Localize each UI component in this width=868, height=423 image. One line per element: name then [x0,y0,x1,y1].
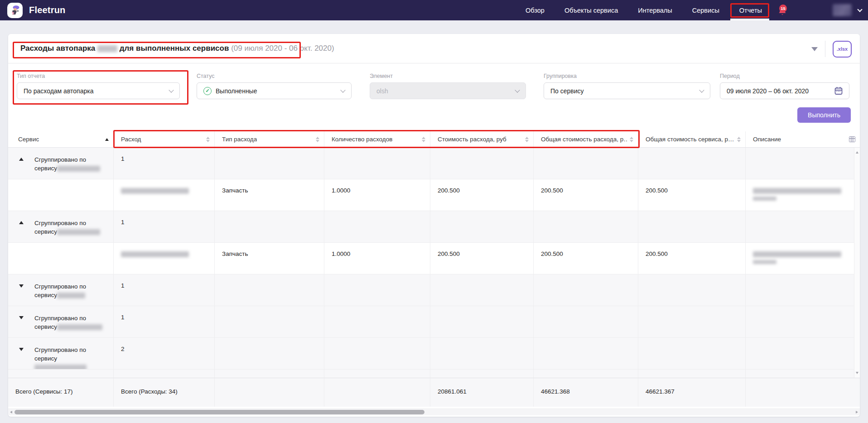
cell: 1.0000 [324,243,430,274]
expand-group-icon[interactable] [19,348,24,351]
app-screen: Fleetrun ОбзорОбъекты сервисаИнтервалыСе… [0,0,868,423]
nav-item-4[interactable]: Сервисы [692,7,719,14]
calendar-icon[interactable] [834,87,843,95]
filter-value: olsh [376,87,511,95]
filter-select-1[interactable]: По расходам автопарка [17,82,180,99]
table-columns-icon[interactable] [849,136,855,142]
header-icons [525,137,529,142]
column-label: Сервис [18,136,39,143]
redacted-service-name [57,324,102,330]
column-header-4[interactable]: Количество расходов [324,131,430,147]
scroll-left-arrow-icon[interactable] [10,411,12,413]
chevron-down-icon [699,87,704,92]
column-header-6[interactable]: Общая стоимость расхода, р… [534,131,638,147]
fleetrun-logo-icon[interactable] [7,3,23,18]
collapse-report-triangle-down-icon[interactable] [811,47,818,51]
group-expense-count: 1 [121,219,125,226]
header-icons [206,137,210,142]
scroll-right-arrow-icon[interactable] [856,411,858,413]
chevron-down-icon [340,87,345,92]
nav-item-2[interactable]: Объекты сервиса [564,7,618,14]
filter-select-4[interactable]: По сервису [544,82,710,99]
cell [215,211,324,242]
nav-item-3[interactable]: Интервалы [638,7,672,14]
filter-label: Тип отчета [17,73,180,79]
cell [215,148,324,179]
cell: Запчасть [215,243,324,274]
cell [746,243,860,274]
export-xlsx-button[interactable]: .xlsx [833,41,852,58]
footer-cell [324,378,430,407]
column-header-3[interactable]: Тип расхода [215,131,324,147]
expand-group-icon[interactable] [19,316,24,319]
sort-icon[interactable] [422,137,425,142]
cell [430,148,534,179]
user-avatar[interactable] [833,4,852,16]
notifications-bell-button[interactable]: 15 [777,4,789,17]
sort-icon[interactable] [206,137,210,142]
sort-icon[interactable] [737,137,741,142]
filter-5: Период09 июля 2020 – 06 окт. 2020 [720,73,849,99]
cell: 1.0000 [324,179,430,211]
cell [746,274,860,306]
sort-icon[interactable] [525,137,529,142]
filter-value: По сервису [550,87,696,95]
redacted-service-name [34,365,87,369]
column-header-5[interactable]: Стоимость расхода, руб [430,131,534,147]
scroll-up-arrow-icon[interactable] [856,151,858,154]
cell [430,370,534,378]
value-expense_type: Запчасть [222,187,248,194]
brand: Fleetrun [7,3,66,18]
run-report-button[interactable]: Выполнить [797,107,851,123]
cell: 200.500 [430,243,534,274]
column-header-8[interactable]: Описание [746,131,860,147]
redacted-service-name [57,293,85,298]
cell [534,148,638,179]
group-row: Сгруппировано по сервису1 [8,148,860,179]
cell [324,211,430,242]
report-title: Расходы автопарка для выполненных сервис… [20,44,334,53]
sort-ascending-icon[interactable] [105,138,109,141]
nav-item-5[interactable]: Отчеты [739,7,762,14]
cell: 1 [114,274,215,306]
value-expense_type: Запчасть [222,250,248,257]
column-header-7[interactable]: Общая стоимость сервиса, р… [638,131,746,147]
period-date-input[interactable]: 09 июля 2020 – 06 окт. 2020 [720,82,849,99]
sort-icon[interactable] [316,137,319,142]
cell [746,179,860,211]
column-header-2[interactable]: Расход [114,131,215,147]
brand-name: Fleetrun [29,5,66,15]
filter-label: Группировка [544,73,710,79]
cell: 200.500 [534,243,638,274]
horizontal-scrollbar[interactable] [8,409,860,415]
chevron-down-icon [169,87,174,92]
cell: 200.500 [534,179,638,211]
main-nav: ОбзорОбъекты сервисаИнтервалыСервисыОтче… [526,0,762,20]
filter-value: Выполненные [216,87,337,95]
collapse-group-icon[interactable] [19,158,24,161]
vertical-scrollbar[interactable] [854,148,860,378]
expand-group-icon[interactable] [19,284,24,288]
nav-item-1[interactable]: Обзор [526,7,545,14]
cell [746,370,860,378]
group-expense-count: 1 [121,155,125,162]
cell: Сгруппировано по сервису [8,211,114,242]
cell: Сгруппировано по сервису [8,370,114,378]
group-label: Сгруппировано по сервису [34,346,102,369]
group-row: Сгруппировано по сервису2 [8,338,860,370]
header-icons [422,137,425,142]
sort-icon[interactable] [630,137,633,142]
column-label: Общая стоимость сервиса, р… [646,136,734,143]
column-label: Описание [753,136,781,143]
collapse-group-icon[interactable] [19,221,24,224]
filter-value: 09 июля 2020 – 06 окт. 2020 [727,87,830,95]
filter-select-2[interactable]: Выполненные [197,82,352,99]
value-quantity: 1.0000 [332,187,350,194]
horizontal-scrollbar-thumb[interactable] [14,410,424,414]
value-cost: 200.500 [438,250,460,257]
cell: 200.500 [430,179,534,211]
column-header-1[interactable]: Сервис [8,131,114,147]
user-menu-chevron-down-icon[interactable] [857,7,862,12]
scroll-down-arrow-icon[interactable] [856,372,858,374]
header-icons [105,138,109,141]
